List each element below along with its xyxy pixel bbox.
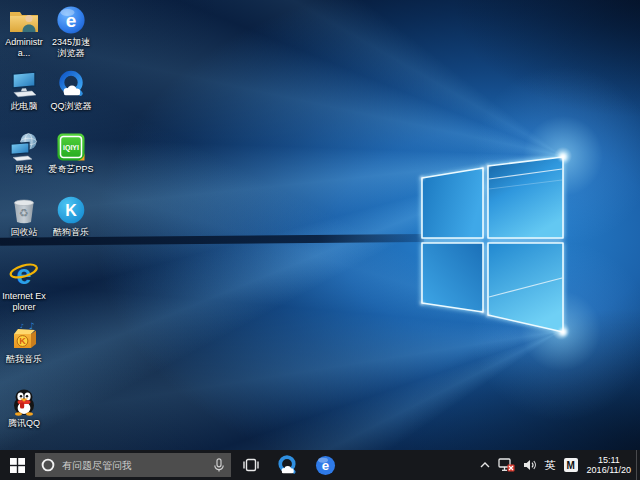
desktop-icon-iqiyi-pps[interactable]: iQIYI 爱奇艺PPS	[48, 132, 94, 175]
desktop-icon-label: 此电脑	[1, 101, 47, 112]
internet-explorer-icon: e	[8, 259, 40, 289]
desktop-icon-label: Internet Explorer	[1, 291, 47, 313]
desktop-icon-user-folder[interactable]: Administra...	[1, 5, 47, 59]
taskbar-app-2345-browser[interactable]: e	[306, 450, 344, 480]
desktop-icon-label: 爱奇艺PPS	[48, 164, 94, 175]
kugou-k-glyph: K	[65, 202, 77, 219]
input-language-label: 英	[545, 458, 556, 473]
network-disconnected-icon	[498, 458, 515, 472]
taskbar-search[interactable]	[35, 453, 231, 477]
desktop-icon-qq-browser[interactable]: QQ浏览器	[48, 69, 94, 112]
search-input[interactable]	[62, 460, 213, 471]
clock-time: 15:11	[598, 455, 620, 465]
desktop-icon-label: 2345加速浏览器	[48, 37, 94, 59]
taskbar-app-qq-browser[interactable]	[268, 450, 306, 480]
kugou-music-icon: K	[55, 195, 87, 225]
chevron-up-icon	[480, 462, 490, 468]
wallpaper	[0, 0, 640, 450]
2345-browser-taskbar-icon: e	[315, 455, 336, 476]
desktop-icon-label: 网络	[1, 164, 47, 175]
svg-text:♻: ♻	[19, 207, 29, 220]
task-view-icon	[242, 458, 260, 472]
desktop-icon-this-pc[interactable]: 此电脑	[1, 69, 47, 112]
ime-badge-label: M	[564, 458, 578, 472]
desktop-icon-internet-explorer[interactable]: e Internet Explorer	[1, 259, 47, 313]
tray-clock[interactable]: 15:11 2016/11/20	[582, 455, 636, 475]
taskbar: e	[0, 450, 640, 480]
microphone-icon[interactable]	[213, 458, 225, 473]
start-button[interactable]	[0, 450, 34, 480]
tencent-qq-icon	[8, 386, 40, 416]
desktop-icon-label: QQ浏览器	[48, 101, 94, 112]
desktop-icon-tencent-qq[interactable]: 腾讯QQ	[1, 386, 47, 429]
iqiyi-logo-text: iQIYI	[63, 144, 79, 152]
2345-e-glyph: e	[66, 10, 77, 31]
desktop-icon-label: 酷狗音乐	[48, 227, 94, 238]
desktop-icon-kugou-music[interactable]: K 酷狗音乐	[48, 195, 94, 238]
user-folder-icon	[8, 5, 40, 35]
recycle-bin-icon: ♻	[8, 195, 40, 225]
desktop-icon-network[interactable]: 网络	[1, 132, 47, 175]
qq-browser-icon	[55, 69, 87, 99]
system-tray: 英 M 15:11 2016/11/20	[476, 450, 640, 480]
svg-text:♪: ♪	[29, 322, 35, 331]
desktop-icon-label: Administra...	[1, 37, 47, 59]
tray-show-hidden-icons[interactable]	[476, 450, 494, 480]
svg-text:♪: ♪	[20, 322, 24, 329]
show-desktop-button[interactable]	[636, 450, 640, 480]
tray-network[interactable]	[494, 450, 519, 480]
speaker-icon	[523, 459, 537, 471]
svg-text:e: e	[321, 458, 328, 473]
network-icon	[8, 132, 40, 162]
qq-browser-taskbar-icon	[276, 454, 298, 476]
clock-date: 2016/11/20	[587, 465, 631, 475]
tray-ime-badge[interactable]: M	[560, 450, 582, 480]
desktop-icon-label: 回收站	[1, 227, 47, 238]
desktop-icon-2345-browser[interactable]: e 2345加速浏览器	[48, 5, 94, 59]
2345-browser-icon: e	[55, 5, 87, 35]
this-pc-icon	[8, 69, 40, 99]
desktop-screen: Administra... 此电脑	[0, 0, 640, 480]
tray-volume[interactable]	[519, 450, 541, 480]
desktop-icon-label: 酷我音乐	[1, 354, 47, 365]
kuwo-k-glyph: K	[19, 336, 26, 346]
desktop-icon-recycle-bin[interactable]: ♻ 回收站	[1, 195, 47, 238]
cortana-icon	[41, 458, 55, 472]
tray-input-language[interactable]: 英	[541, 450, 560, 480]
iqiyi-pps-icon: iQIYI	[55, 132, 87, 162]
kuwo-music-icon: ♪ ♪ K	[8, 322, 40, 352]
desktop-icon-kuwo-music[interactable]: ♪ ♪ K 酷我音乐	[1, 322, 47, 365]
task-view-button[interactable]	[234, 450, 268, 480]
desktop-icon-label: 腾讯QQ	[1, 418, 47, 429]
windows-start-icon	[10, 458, 25, 473]
windows-logo	[410, 145, 570, 340]
